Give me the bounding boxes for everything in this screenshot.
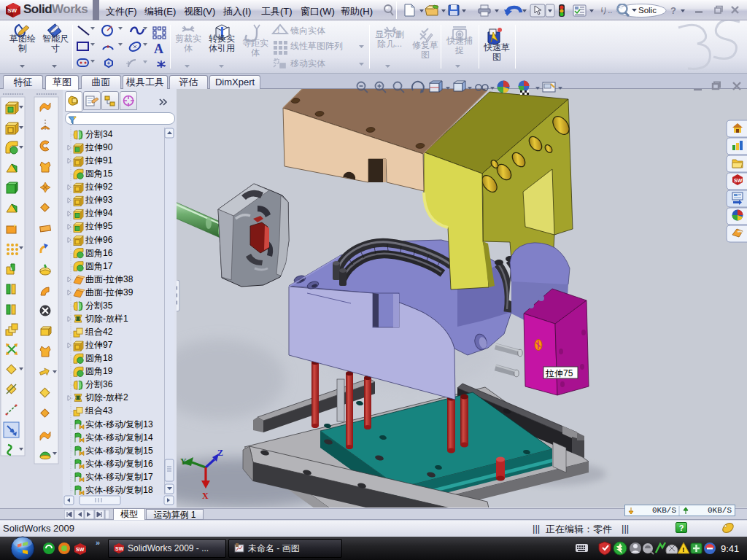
svg-text:SW: SW [76,547,85,552]
svg-text:拉伸75: 拉伸75 [545,368,573,378]
svg-text:Y: Y [180,456,187,467]
svg-text:り..: り.. [600,6,612,15]
svg-text:?: ? [670,5,676,16]
svg-text:Z: Z [217,448,223,458]
svg-text:SW: SW [7,7,17,14]
svg-text:Solic: Solic [638,6,657,15]
svg-text:!: ! [682,546,684,553]
svg-text:X: X [202,491,209,501]
svg-text:SW: SW [115,546,124,551]
svg-text:SW: SW [734,178,743,183]
